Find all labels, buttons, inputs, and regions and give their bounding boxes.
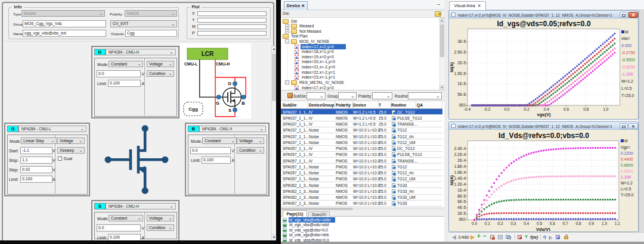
svg-text:B: B bbox=[242, 101, 245, 106]
svg-text:CMU-H: CMU-H bbox=[216, 62, 230, 66]
svg-text:G: G bbox=[216, 101, 219, 106]
svg-text:D: D bbox=[228, 81, 232, 86]
svg-text:LCR: LCR bbox=[202, 51, 214, 57]
svg-text:Cgg: Cgg bbox=[188, 107, 198, 112]
svg-text:S: S bbox=[228, 108, 231, 113]
svg-text:CMU-L: CMU-L bbox=[184, 62, 198, 66]
